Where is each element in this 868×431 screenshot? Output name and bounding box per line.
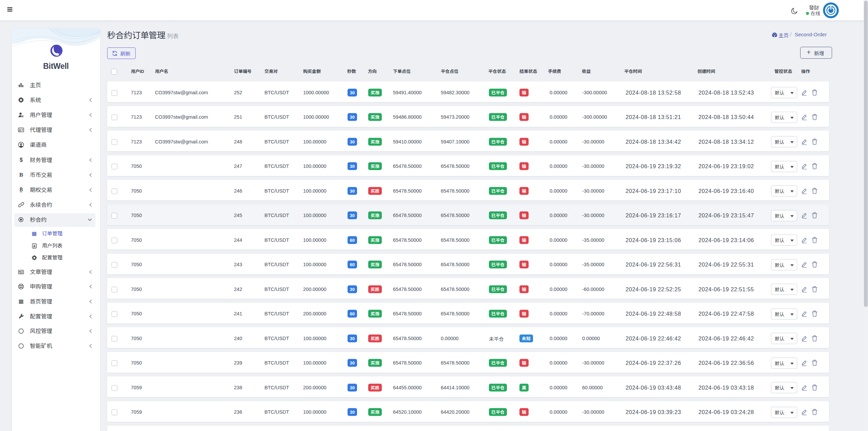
svg-text:B: B xyxy=(19,172,23,178)
svg-text:B: B xyxy=(19,187,23,193)
svg-text:$: $ xyxy=(20,157,23,163)
